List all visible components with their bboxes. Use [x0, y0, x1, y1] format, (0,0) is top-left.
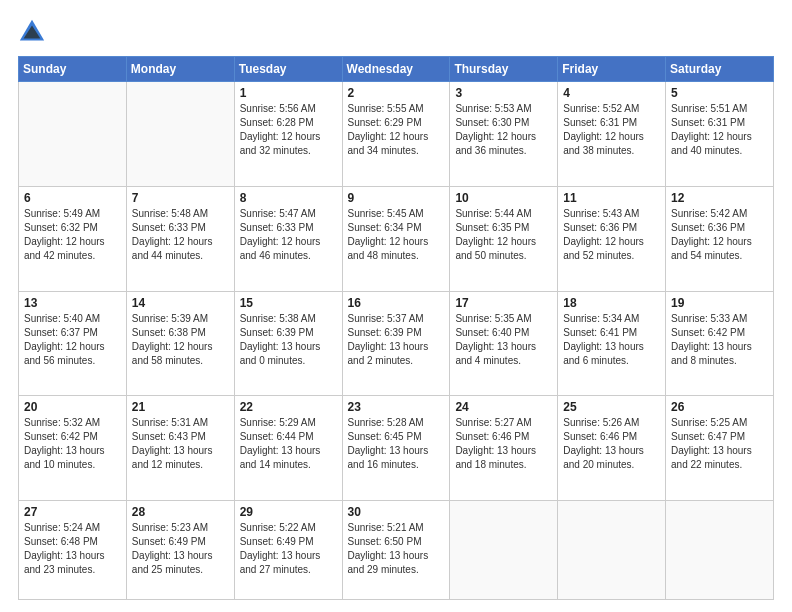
weekday-header-saturday: Saturday — [666, 57, 774, 82]
day-info: Sunrise: 5:42 AM Sunset: 6:36 PM Dayligh… — [671, 207, 768, 263]
day-number: 26 — [671, 400, 768, 414]
calendar-cell — [126, 82, 234, 187]
day-number: 5 — [671, 86, 768, 100]
day-number: 3 — [455, 86, 552, 100]
calendar-cell: 15Sunrise: 5:38 AM Sunset: 6:39 PM Dayli… — [234, 291, 342, 396]
weekday-header-friday: Friday — [558, 57, 666, 82]
day-info: Sunrise: 5:29 AM Sunset: 6:44 PM Dayligh… — [240, 416, 337, 472]
day-info: Sunrise: 5:22 AM Sunset: 6:49 PM Dayligh… — [240, 521, 337, 577]
day-info: Sunrise: 5:56 AM Sunset: 6:28 PM Dayligh… — [240, 102, 337, 158]
day-number: 8 — [240, 191, 337, 205]
logo-icon — [18, 18, 46, 46]
calendar-cell: 5Sunrise: 5:51 AM Sunset: 6:31 PM Daylig… — [666, 82, 774, 187]
day-number: 7 — [132, 191, 229, 205]
day-number: 16 — [348, 296, 445, 310]
day-info: Sunrise: 5:53 AM Sunset: 6:30 PM Dayligh… — [455, 102, 552, 158]
calendar-cell: 6Sunrise: 5:49 AM Sunset: 6:32 PM Daylig… — [19, 186, 127, 291]
logo — [18, 18, 50, 46]
day-info: Sunrise: 5:55 AM Sunset: 6:29 PM Dayligh… — [348, 102, 445, 158]
calendar-cell: 13Sunrise: 5:40 AM Sunset: 6:37 PM Dayli… — [19, 291, 127, 396]
day-info: Sunrise: 5:23 AM Sunset: 6:49 PM Dayligh… — [132, 521, 229, 577]
day-info: Sunrise: 5:26 AM Sunset: 6:46 PM Dayligh… — [563, 416, 660, 472]
day-info: Sunrise: 5:33 AM Sunset: 6:42 PM Dayligh… — [671, 312, 768, 368]
week-row-4: 20Sunrise: 5:32 AM Sunset: 6:42 PM Dayli… — [19, 396, 774, 501]
day-info: Sunrise: 5:35 AM Sunset: 6:40 PM Dayligh… — [455, 312, 552, 368]
calendar-cell: 24Sunrise: 5:27 AM Sunset: 6:46 PM Dayli… — [450, 396, 558, 501]
day-info: Sunrise: 5:25 AM Sunset: 6:47 PM Dayligh… — [671, 416, 768, 472]
calendar-cell: 21Sunrise: 5:31 AM Sunset: 6:43 PM Dayli… — [126, 396, 234, 501]
day-number: 28 — [132, 505, 229, 519]
day-info: Sunrise: 5:44 AM Sunset: 6:35 PM Dayligh… — [455, 207, 552, 263]
weekday-header-wednesday: Wednesday — [342, 57, 450, 82]
calendar-cell: 23Sunrise: 5:28 AM Sunset: 6:45 PM Dayli… — [342, 396, 450, 501]
day-info: Sunrise: 5:24 AM Sunset: 6:48 PM Dayligh… — [24, 521, 121, 577]
day-info: Sunrise: 5:21 AM Sunset: 6:50 PM Dayligh… — [348, 521, 445, 577]
calendar-table: SundayMondayTuesdayWednesdayThursdayFrid… — [18, 56, 774, 600]
day-info: Sunrise: 5:31 AM Sunset: 6:43 PM Dayligh… — [132, 416, 229, 472]
calendar-cell: 25Sunrise: 5:26 AM Sunset: 6:46 PM Dayli… — [558, 396, 666, 501]
weekday-header-thursday: Thursday — [450, 57, 558, 82]
day-number: 15 — [240, 296, 337, 310]
calendar-cell: 30Sunrise: 5:21 AM Sunset: 6:50 PM Dayli… — [342, 501, 450, 600]
day-number: 12 — [671, 191, 768, 205]
calendar-cell: 10Sunrise: 5:44 AM Sunset: 6:35 PM Dayli… — [450, 186, 558, 291]
day-number: 17 — [455, 296, 552, 310]
day-number: 10 — [455, 191, 552, 205]
week-row-3: 13Sunrise: 5:40 AM Sunset: 6:37 PM Dayli… — [19, 291, 774, 396]
calendar-cell: 8Sunrise: 5:47 AM Sunset: 6:33 PM Daylig… — [234, 186, 342, 291]
calendar-cell: 14Sunrise: 5:39 AM Sunset: 6:38 PM Dayli… — [126, 291, 234, 396]
calendar-cell: 9Sunrise: 5:45 AM Sunset: 6:34 PM Daylig… — [342, 186, 450, 291]
week-row-5: 27Sunrise: 5:24 AM Sunset: 6:48 PM Dayli… — [19, 501, 774, 600]
day-info: Sunrise: 5:51 AM Sunset: 6:31 PM Dayligh… — [671, 102, 768, 158]
day-info: Sunrise: 5:43 AM Sunset: 6:36 PM Dayligh… — [563, 207, 660, 263]
calendar-cell: 18Sunrise: 5:34 AM Sunset: 6:41 PM Dayli… — [558, 291, 666, 396]
day-number: 2 — [348, 86, 445, 100]
day-number: 23 — [348, 400, 445, 414]
header — [18, 18, 774, 46]
weekday-header-tuesday: Tuesday — [234, 57, 342, 82]
page: SundayMondayTuesdayWednesdayThursdayFrid… — [0, 0, 792, 612]
calendar-cell — [19, 82, 127, 187]
calendar-cell: 4Sunrise: 5:52 AM Sunset: 6:31 PM Daylig… — [558, 82, 666, 187]
day-number: 20 — [24, 400, 121, 414]
calendar-cell: 2Sunrise: 5:55 AM Sunset: 6:29 PM Daylig… — [342, 82, 450, 187]
calendar-cell: 16Sunrise: 5:37 AM Sunset: 6:39 PM Dayli… — [342, 291, 450, 396]
day-info: Sunrise: 5:38 AM Sunset: 6:39 PM Dayligh… — [240, 312, 337, 368]
calendar-cell: 12Sunrise: 5:42 AM Sunset: 6:36 PM Dayli… — [666, 186, 774, 291]
calendar-cell: 7Sunrise: 5:48 AM Sunset: 6:33 PM Daylig… — [126, 186, 234, 291]
day-number: 18 — [563, 296, 660, 310]
weekday-header-row: SundayMondayTuesdayWednesdayThursdayFrid… — [19, 57, 774, 82]
day-info: Sunrise: 5:40 AM Sunset: 6:37 PM Dayligh… — [24, 312, 121, 368]
day-info: Sunrise: 5:52 AM Sunset: 6:31 PM Dayligh… — [563, 102, 660, 158]
calendar-cell: 22Sunrise: 5:29 AM Sunset: 6:44 PM Dayli… — [234, 396, 342, 501]
day-info: Sunrise: 5:37 AM Sunset: 6:39 PM Dayligh… — [348, 312, 445, 368]
day-info: Sunrise: 5:27 AM Sunset: 6:46 PM Dayligh… — [455, 416, 552, 472]
day-info: Sunrise: 5:28 AM Sunset: 6:45 PM Dayligh… — [348, 416, 445, 472]
calendar-cell: 20Sunrise: 5:32 AM Sunset: 6:42 PM Dayli… — [19, 396, 127, 501]
weekday-header-sunday: Sunday — [19, 57, 127, 82]
day-info: Sunrise: 5:39 AM Sunset: 6:38 PM Dayligh… — [132, 312, 229, 368]
calendar-cell: 27Sunrise: 5:24 AM Sunset: 6:48 PM Dayli… — [19, 501, 127, 600]
day-number: 21 — [132, 400, 229, 414]
day-number: 1 — [240, 86, 337, 100]
day-info: Sunrise: 5:45 AM Sunset: 6:34 PM Dayligh… — [348, 207, 445, 263]
day-number: 14 — [132, 296, 229, 310]
week-row-2: 6Sunrise: 5:49 AM Sunset: 6:32 PM Daylig… — [19, 186, 774, 291]
day-number: 13 — [24, 296, 121, 310]
calendar-cell: 11Sunrise: 5:43 AM Sunset: 6:36 PM Dayli… — [558, 186, 666, 291]
calendar-cell: 19Sunrise: 5:33 AM Sunset: 6:42 PM Dayli… — [666, 291, 774, 396]
day-info: Sunrise: 5:47 AM Sunset: 6:33 PM Dayligh… — [240, 207, 337, 263]
day-number: 29 — [240, 505, 337, 519]
day-info: Sunrise: 5:49 AM Sunset: 6:32 PM Dayligh… — [24, 207, 121, 263]
calendar-cell: 29Sunrise: 5:22 AM Sunset: 6:49 PM Dayli… — [234, 501, 342, 600]
calendar-cell: 17Sunrise: 5:35 AM Sunset: 6:40 PM Dayli… — [450, 291, 558, 396]
day-number: 22 — [240, 400, 337, 414]
day-number: 9 — [348, 191, 445, 205]
day-info: Sunrise: 5:32 AM Sunset: 6:42 PM Dayligh… — [24, 416, 121, 472]
day-number: 24 — [455, 400, 552, 414]
day-number: 19 — [671, 296, 768, 310]
calendar-cell: 26Sunrise: 5:25 AM Sunset: 6:47 PM Dayli… — [666, 396, 774, 501]
day-info: Sunrise: 5:48 AM Sunset: 6:33 PM Dayligh… — [132, 207, 229, 263]
calendar-cell: 3Sunrise: 5:53 AM Sunset: 6:30 PM Daylig… — [450, 82, 558, 187]
day-number: 4 — [563, 86, 660, 100]
